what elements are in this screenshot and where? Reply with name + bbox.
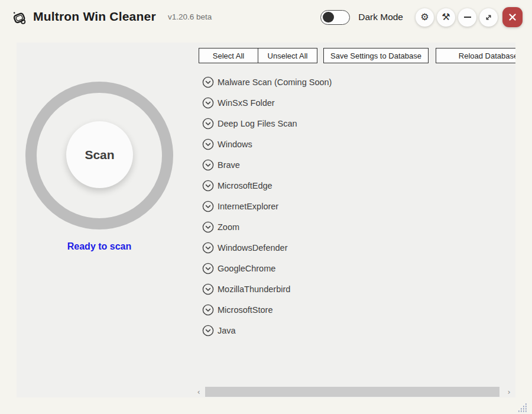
category-label: Java — [218, 326, 236, 335]
category-label: InternetExplorer — [218, 202, 278, 211]
scroll-left-arrow[interactable]: ‹ — [194, 387, 203, 397]
category-label: Windows — [218, 140, 252, 149]
category-list: Malware Scan (Coming Soon) WinSxS Folder… — [202, 72, 332, 341]
app-logo-soap-icon — [11, 9, 28, 27]
category-label: Deep Log Files Scan — [218, 119, 297, 128]
chevron-down-icon[interactable] — [202, 325, 214, 337]
expand-icon — [484, 13, 493, 22]
reload-database-button[interactable]: Reload Database — [436, 48, 515, 63]
category-row-malware-scan[interactable]: Malware Scan (Coming Soon) — [202, 72, 332, 92]
category-label: Zoom — [218, 222, 239, 232]
maximize-button[interactable] — [479, 8, 498, 27]
main-panel: Scan Ready to scan Select All Unselect A… — [17, 43, 515, 397]
chevron-down-icon[interactable] — [202, 242, 214, 254]
category-row-winsxs[interactable]: WinSxS Folder — [202, 92, 332, 113]
close-button[interactable] — [502, 7, 523, 27]
category-row-brave[interactable]: Brave — [202, 154, 332, 175]
chevron-down-icon[interactable] — [202, 97, 214, 109]
category-label: GoogleChrome — [218, 264, 275, 273]
minimize-icon — [464, 17, 471, 18]
unselect-all-button[interactable]: Unselect All — [258, 48, 317, 63]
category-label: WindowsDefender — [218, 243, 287, 253]
scroll-right-arrow[interactable]: › — [504, 387, 514, 397]
category-label: MicrosoftStore — [218, 305, 273, 315]
select-all-button[interactable]: Select All — [199, 48, 258, 63]
chevron-down-icon[interactable] — [202, 180, 214, 192]
category-row-microsoftedge[interactable]: MicrosoftEdge — [202, 175, 332, 196]
settings-button[interactable]: ⚙ — [416, 8, 434, 27]
category-label: MicrosoftEdge — [218, 181, 273, 190]
gear-icon: ⚙ — [420, 12, 429, 22]
category-row-windows[interactable]: Windows — [202, 134, 332, 154]
app-version: v1.20.6 beta — [168, 12, 212, 21]
chevron-down-icon[interactable] — [202, 76, 214, 88]
chevron-down-icon[interactable] — [202, 304, 214, 316]
scrollbar-thumb[interactable] — [205, 387, 499, 397]
tools-icon: ⚒ — [442, 12, 450, 22]
chevron-down-icon[interactable] — [202, 118, 214, 130]
app-title: Multron Win Cleaner — [33, 9, 156, 24]
category-row-mozillathunderbird[interactable]: MozillaThunderbird — [202, 279, 332, 299]
close-icon — [508, 13, 517, 21]
resize-grip[interactable] — [518, 403, 527, 412]
category-row-windowsdefender[interactable]: WindowsDefender — [202, 237, 332, 258]
scan-status-text: Ready to scan — [17, 241, 182, 252]
chevron-down-icon[interactable] — [202, 263, 214, 274]
category-row-googlechrome[interactable]: GoogleChrome — [202, 258, 332, 279]
scan-button[interactable]: Scan — [66, 121, 133, 188]
horizontal-scrollbar: ‹ › — [194, 387, 515, 397]
titlebar: Multron Win Cleaner v1.20.6 beta Dark Mo… — [0, 0, 532, 34]
category-row-microsoftstore[interactable]: MicrosoftStore — [202, 299, 332, 320]
tools-button[interactable]: ⚒ — [437, 8, 455, 27]
scan-button-label: Scan — [85, 148, 114, 162]
chevron-down-icon[interactable] — [202, 159, 214, 171]
titlebar-controls: Dark Mode ⚙ ⚒ — [320, 7, 523, 27]
category-label: MozillaThunderbird — [218, 284, 290, 294]
category-row-java[interactable]: Java — [202, 320, 332, 341]
app-window: { "app": { "title": "Multron Win Cleaner… — [0, 0, 532, 414]
category-row-deep-log[interactable]: Deep Log Files Scan — [202, 113, 332, 134]
dark-mode-toggle[interactable] — [320, 10, 350, 25]
chevron-down-icon[interactable] — [202, 200, 214, 212]
chevron-down-icon[interactable] — [202, 138, 214, 150]
category-label: Brave — [218, 160, 240, 170]
dark-mode-label: Dark Mode — [358, 12, 403, 22]
save-settings-button[interactable]: Save Settings to Database — [323, 48, 429, 63]
category-row-internetexplorer[interactable]: InternetExplorer — [202, 196, 332, 216]
chevron-down-icon[interactable] — [202, 221, 214, 233]
chevron-down-icon[interactable] — [202, 283, 214, 295]
category-row-zoom[interactable]: Zoom — [202, 216, 332, 237]
category-label: Malware Scan (Coming Soon) — [218, 77, 332, 87]
minimize-button[interactable] — [458, 8, 476, 27]
dark-mode-toggle-knob — [323, 12, 334, 23]
category-label: WinSxS Folder — [218, 98, 275, 108]
